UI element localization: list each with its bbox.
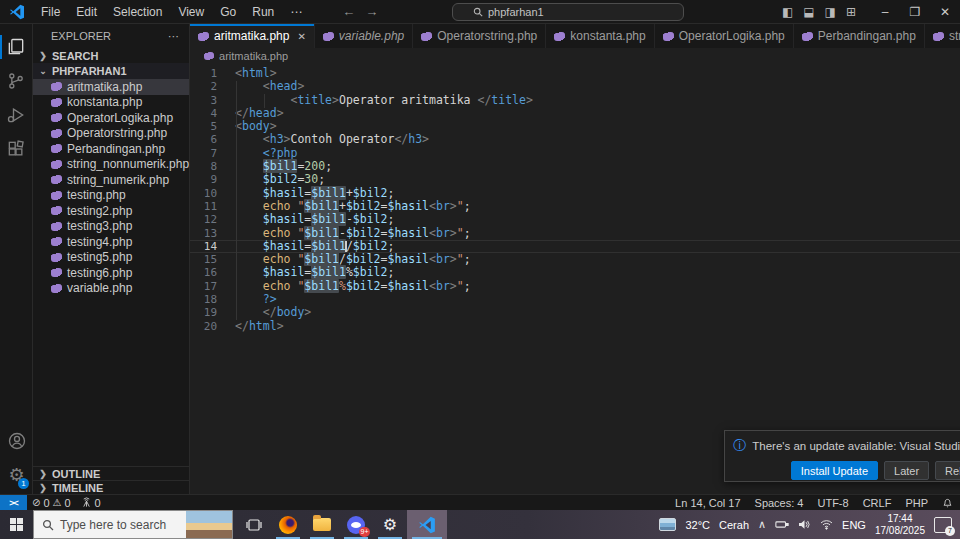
code-line-18[interactable]: 18 ?> <box>190 293 960 306</box>
file-item-testing6.php[interactable]: testing6.php <box>33 265 189 281</box>
file-item-testing5.php[interactable]: testing5.php <box>33 250 189 266</box>
tab-variable.php[interactable]: variable.php <box>315 24 413 48</box>
settings-taskbar-icon[interactable]: ⚙ <box>373 510 407 539</box>
source-control-icon[interactable] <box>0 64 33 98</box>
discord-taskbar-icon[interactable]: 9+ <box>339 510 373 539</box>
code-line-6[interactable]: 6 <h3>Contoh Operator</h3> <box>190 133 960 146</box>
file-explorer-taskbar-icon[interactable] <box>305 510 339 539</box>
tab-aritmatika.php[interactable]: aritmatika.php✕ <box>190 24 315 48</box>
file-item-string_numerik.php[interactable]: string_numerik.php <box>33 172 189 188</box>
search-highlight-image[interactable] <box>186 511 232 538</box>
vscode-taskbar-icon[interactable] <box>407 510 447 539</box>
cursor-position[interactable]: Ln 14, Col 17 <box>668 497 747 509</box>
menu-selection[interactable]: Selection <box>105 0 170 24</box>
code-line-16[interactable]: 16 $hasil=$bil1%$bil2; <box>190 266 960 279</box>
file-item-konstanta.php[interactable]: konstanta.php <box>33 95 189 111</box>
taskbar-search-input[interactable]: Type here to search <box>33 510 233 539</box>
firefox-taskbar-icon[interactable] <box>271 510 305 539</box>
extensions-icon[interactable] <box>0 132 33 166</box>
settings-gear-icon[interactable]: ⚙ 1 <box>0 458 33 492</box>
menu-run[interactable]: Run <box>244 0 282 24</box>
code-line-11[interactable]: 11 echo "$bil1+$bil2=$hasil<br>"; <box>190 200 960 213</box>
problems-status[interactable]: ⊘ 0 ⚠ 0 <box>27 495 76 510</box>
toggle-secondary-sidebar-icon[interactable]: ◨ <box>825 5 836 19</box>
code-line-19[interactable]: 19 </body> <box>190 306 960 319</box>
weather-condition[interactable]: Cerah <box>719 519 749 531</box>
menu-overflow-icon[interactable]: ⋯ <box>282 5 310 19</box>
forward-icon[interactable]: → <box>365 4 378 19</box>
eol-sequence[interactable]: CRLF <box>856 497 899 509</box>
file-item-aritmatika.php[interactable]: aritmatika.php <box>33 79 189 95</box>
code-line-3[interactable]: 3 <title>Operator aritmatika </title> <box>190 94 960 107</box>
tab-Operatorstring.php[interactable]: Operatorstring.php <box>413 24 546 48</box>
code-line-10[interactable]: 10 $hasil=$bil1+$bil2; <box>190 187 960 200</box>
tab-konstanta.php[interactable]: konstanta.php <box>546 24 654 48</box>
section-outline[interactable]: ❯ OUTLINE <box>33 466 189 480</box>
code-line-17[interactable]: 17 echo "$bil1%$bil2=$hasil<br>"; <box>190 280 960 293</box>
start-button[interactable] <box>0 510 33 539</box>
section-root-folder[interactable]: ⌄ PHPFARHAN1 <box>33 63 189 79</box>
later-button[interactable]: Later <box>884 461 929 480</box>
ports-status[interactable]: 0 <box>76 495 106 510</box>
file-item-OperatorLogika.php[interactable]: OperatorLogika.php <box>33 110 189 126</box>
task-view-button[interactable] <box>237 510 271 539</box>
menu-view[interactable]: View <box>170 0 212 24</box>
section-timeline[interactable]: ❯ TIMELINE <box>33 480 189 494</box>
code-line-5[interactable]: 5<body> <box>190 120 960 133</box>
network-icon[interactable] <box>820 519 833 530</box>
volume-icon[interactable] <box>798 519 811 530</box>
file-item-testing3.php[interactable]: testing3.php <box>33 219 189 235</box>
code-line-4[interactable]: 4</head> <box>190 107 960 120</box>
clock[interactable]: 17:44 17/08/2025 <box>875 513 925 537</box>
explorer-icon[interactable] <box>0 30 33 64</box>
indentation[interactable]: Spaces: 4 <box>748 497 811 509</box>
file-item-testing2.php[interactable]: testing2.php <box>33 203 189 219</box>
toggle-panel-icon[interactable]: ⬓ <box>803 5 814 19</box>
language-mode[interactable]: PHP <box>898 497 935 509</box>
account-icon[interactable] <box>0 424 33 458</box>
code-line-13[interactable]: 13 echo "$bil1-$bil2=$hasil<br>"; <box>190 227 960 240</box>
toggle-sidebar-icon[interactable]: ◧ <box>782 5 793 19</box>
remote-indicator[interactable]: >< <box>0 495 27 510</box>
action-center-icon[interactable]: 7 <box>934 517 952 533</box>
section-search[interactable]: ❯ SEARCH <box>33 48 189 63</box>
explorer-actions-icon[interactable]: ⋯ <box>168 30 179 43</box>
code-line-2[interactable]: 2 <head> <box>190 80 960 93</box>
code-line-9[interactable]: 9 $bil2=30; <box>190 173 960 186</box>
code-line-20[interactable]: 20</html> <box>190 320 960 333</box>
file-item-string_nonnumerik.php[interactable]: string_nonnumerik.php <box>33 157 189 173</box>
menu-file[interactable]: File <box>33 0 68 24</box>
menu-go[interactable]: Go <box>212 0 244 24</box>
code-line-15[interactable]: 15 echo "$bil1/$bil2=$hasil<br>"; <box>190 253 960 266</box>
close-window-button[interactable]: ✕ <box>930 0 960 24</box>
customize-layout-icon[interactable]: ⊞ <box>846 5 856 19</box>
minimize-button[interactable]: – <box>870 0 900 24</box>
weather-icon[interactable] <box>659 518 676 531</box>
file-item-Operatorstring.php[interactable]: Operatorstring.php <box>33 126 189 142</box>
code-line-12[interactable]: 12 $hasil=$bil1-$bil2; <box>190 213 960 226</box>
menu-edit[interactable]: Edit <box>68 0 105 24</box>
notifications-bell-icon[interactable] <box>935 497 960 508</box>
code-line-8[interactable]: 8 $bil1=200; <box>190 160 960 173</box>
tray-expand-icon[interactable]: ∧ <box>758 518 766 531</box>
tab-close-icon[interactable]: ✕ <box>297 31 305 42</box>
weather-temperature[interactable]: 32°C <box>685 519 710 531</box>
back-icon[interactable]: ← <box>342 4 355 19</box>
install-update-button[interactable]: Install Update <box>791 461 878 480</box>
code-line-1[interactable]: 1<html> <box>190 67 960 80</box>
run-debug-icon[interactable] <box>0 98 33 132</box>
restore-button[interactable]: ❐ <box>900 0 930 24</box>
code-line-7[interactable]: 7 <?php <box>190 147 960 160</box>
language-indicator[interactable]: ENG <box>842 519 866 531</box>
tab-string_[interactable]: string_ <box>925 24 960 48</box>
file-item-variable.php[interactable]: variable.php <box>33 281 189 297</box>
file-item-testing.php[interactable]: testing.php <box>33 188 189 204</box>
power-icon[interactable] <box>775 519 789 530</box>
tab-OperatorLogika.php[interactable]: OperatorLogika.php <box>655 24 794 48</box>
code-line-14[interactable]: 14 $hasil=$bil1/$bil2; <box>190 240 960 253</box>
file-item-testing4.php[interactable]: testing4.php <box>33 234 189 250</box>
breadcrumb[interactable]: aritmatika.php <box>190 48 960 64</box>
encoding[interactable]: UTF-8 <box>810 497 855 509</box>
file-item-Perbandingan.php[interactable]: Perbandingan.php <box>33 141 189 157</box>
command-center-search[interactable]: phpfarhan1 <box>452 3 684 21</box>
